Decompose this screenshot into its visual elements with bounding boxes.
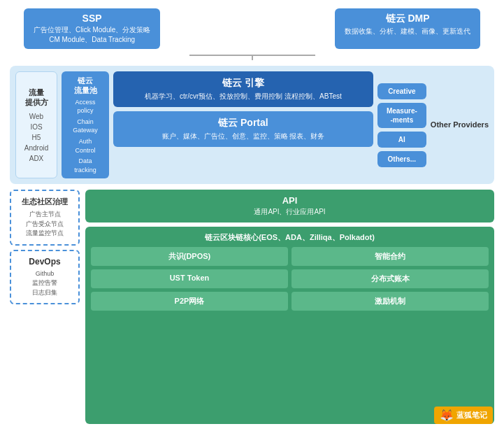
engine-desc: 机器学习、ctr/cvr预估、投放控制、费用控制 流程控制、ABTest (122, 92, 365, 101)
flow-pool-data: Datatracking (74, 157, 96, 174)
bc-consensus: 共识(DPOS) (91, 247, 288, 266)
service-measurements: Measure--ments (377, 103, 426, 128)
portal-box: 链云 Portal 账户、媒体、广告位、创意、监控、策略 报表、财务 (113, 111, 373, 147)
ssp-subtitle: 广告位管理、Click Module、分发策略 CM Module、Data T… (34, 25, 150, 45)
watermark-icon: 🦊 (440, 409, 454, 422)
flow-pool-access: Accesspolicy (75, 98, 95, 115)
right-services: Creative Measure--ments AI Others... (377, 71, 426, 178)
ecology-node2: 广告受众节点 (26, 220, 64, 229)
api-desc: 通用API、行业应用API (94, 207, 486, 217)
service-creative: Creative (377, 83, 426, 99)
devops-log: 日志归集 (32, 288, 57, 298)
bc-distributed: 分布式账本 (291, 269, 489, 288)
bc-p2p: P2P网络 (91, 292, 288, 311)
traffic-source-title: 流量提供方 (25, 87, 48, 108)
top-connector (10, 55, 494, 60)
dmp-subtitle: 数据收集、分析、建模、画像、更新迭代 (345, 27, 470, 36)
bottom-left: 生态社区治理 广告主节点 广告受众节点 流量监控节点 DevOps Github… (10, 190, 80, 424)
engine-box: 链云 引擎 机器学习、ctr/cvr预估、投放控制、费用控制 流程控制、ABTe… (113, 71, 373, 107)
traffic-web: Web (29, 113, 43, 120)
devops-monitor: 监控告警 (32, 278, 57, 288)
traffic-h5: H5 (32, 134, 41, 141)
top-row: SSP 广告位管理、Click Module、分发策略 CM Module、Da… (10, 8, 494, 49)
other-providers-col: Other Providers (431, 71, 489, 178)
service-ai: AI (377, 132, 426, 148)
blockchain-grid: 共识(DPOS) 智能合约 UST Token 分布式账本 P2P网络 激励机制 (91, 247, 489, 311)
watermark: 🦊 蓝狐笔记 (434, 407, 493, 424)
other-providers-label: Other Providers (431, 120, 489, 130)
ecology-node1: 广告主节点 (29, 210, 61, 220)
engine-title: 链云 引擎 (122, 77, 365, 90)
dmp-title: 链云 DMP (345, 13, 470, 25)
devops-title: DevOps (29, 257, 60, 267)
main-container: SSP 广告位管理、Click Module、分发策略 CM Module、Da… (0, 0, 504, 431)
bottom-right: API 通用API、行业应用API 链云区块链核心(EOS、ADA、Zilliq… (85, 190, 494, 424)
api-title: API (94, 195, 486, 206)
devops-box: DevOps Github 监控告警 日志归集 (10, 250, 80, 305)
api-box: API 通用API、行业应用API (85, 190, 494, 222)
traffic-adx: ADX (29, 155, 44, 162)
watermark-text: 蓝狐笔记 (456, 410, 487, 421)
portal-desc: 账户、媒体、广告位、创意、监控、策略 报表、财务 (122, 132, 365, 141)
flow-pool-auth: AuthControl (75, 137, 95, 155)
bc-ust: UST Token (91, 269, 288, 288)
ssp-title: SSP (34, 13, 150, 24)
portal-title: 链云 Portal (122, 117, 365, 129)
bottom-row: 生态社区治理 广告主节点 广告受众节点 流量监控节点 DevOps Github… (10, 190, 494, 424)
blockchain-title: 链云区块链核心(EOS、ADA、Zilliqa、Polkadot) (91, 232, 489, 243)
ssp-box: SSP 广告位管理、Click Module、分发策略 CM Module、Da… (24, 8, 160, 49)
blockchain-container: 链云区块链核心(EOS、ADA、Zilliqa、Polkadot) 共识(DPO… (85, 227, 494, 424)
dmp-box: 链云 DMP 数据收集、分析、建模、画像、更新迭代 (335, 8, 480, 49)
traffic-android: Android (24, 144, 48, 152)
bc-smartcontract: 智能合约 (291, 247, 489, 266)
center-col: 链云 引擎 机器学习、ctr/cvr预估、投放控制、费用控制 流程控制、ABTe… (113, 71, 373, 178)
ecology-box: 生态社区治理 广告主节点 广告受众节点 流量监控节点 (10, 190, 80, 246)
ecology-node3: 流量监控节点 (26, 229, 64, 239)
traffic-ios: IOS (30, 123, 42, 131)
middle-section: 流量提供方 Web IOS H5 Android ADX 链云流量池 Acces… (10, 66, 494, 184)
devops-github: Github (36, 269, 55, 279)
service-others: Others... (377, 151, 426, 167)
flow-pool-chain: ChainGateway (73, 118, 98, 135)
flow-pool-panel: 链云流量池 Accesspolicy ChainGateway AuthCont… (62, 71, 109, 178)
bc-incentive: 激励机制 (291, 292, 489, 311)
ecology-title: 生态社区治理 (22, 197, 68, 207)
flow-pool-title: 链云流量池 (74, 76, 97, 96)
traffic-source-panel: 流量提供方 Web IOS H5 Android ADX (15, 71, 57, 178)
